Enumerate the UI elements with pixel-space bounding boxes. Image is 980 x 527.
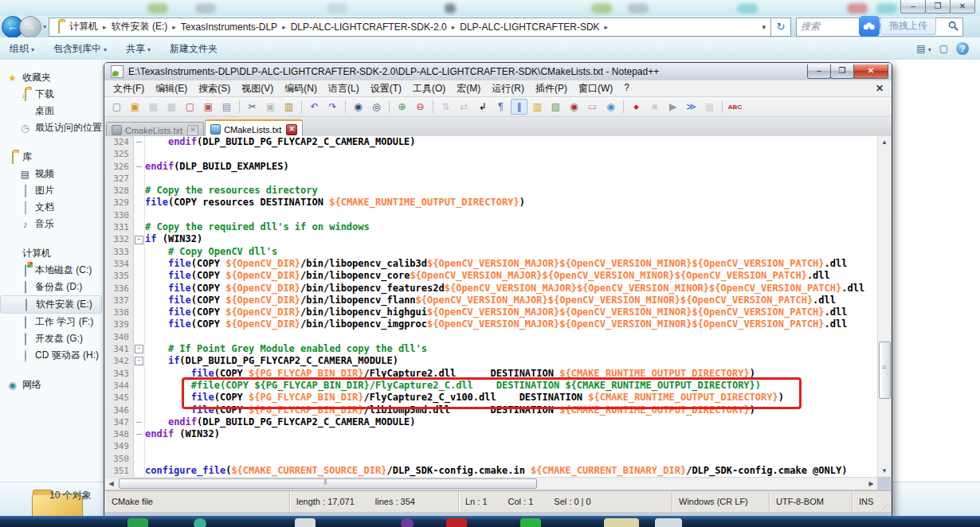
taskbar-app-icon[interactable] <box>655 518 682 527</box>
close-all-icon[interactable]: ▣ <box>200 99 217 115</box>
nav-history-chevron-icon[interactable]: ▾ <box>43 23 46 30</box>
menu-T[interactable]: 设置(T) <box>365 82 407 96</box>
editor[interactable]: 3243253263273283293303313323333343353363… <box>105 136 891 477</box>
menu-L[interactable]: 语言(L) <box>323 82 365 96</box>
code-line-340[interactable] <box>145 331 891 343</box>
search-icon[interactable] <box>948 21 962 33</box>
taskbar-app-icon[interactable] <box>401 518 414 527</box>
fold-collapse-icon[interactable]: − <box>135 357 143 365</box>
doc-map-icon[interactable]: ▥ <box>529 99 546 115</box>
netdisk-upload-overlay[interactable]: 拖拽上传 <box>859 16 936 37</box>
code-line-332[interactable]: if (WIN32) <box>145 233 891 245</box>
breadcrumb-item[interactable]: DLP-ALC-LIGHTCRAFTER-SDK <box>457 21 602 33</box>
zoom-out-icon[interactable]: ⊖ <box>412 99 429 115</box>
scroll-left-arrow[interactable]: ◀ <box>105 480 117 487</box>
code-line-341[interactable]: # If Point Grey Module enabled copy the … <box>145 343 891 355</box>
toolbar-button-组织[interactable]: 组织▾ <box>0 42 44 56</box>
sidebar-item-downloads[interactable]: ↓下载 <box>0 86 102 103</box>
breadcrumb-item[interactable]: 计算机 <box>66 20 101 33</box>
record-macro-icon[interactable]: ● <box>628 99 645 115</box>
print-icon[interactable]: ▤ <box>218 99 235 115</box>
npp-close-button[interactable]: ✕ <box>853 64 888 79</box>
fold-margin[interactable]: −−− <box>134 136 145 477</box>
breadcrumb-item[interactable]: DLP-ALC-LIGHTCRAFTER-SDK-2.0 <box>288 21 450 33</box>
npp-restore-button[interactable]: ❐ <box>830 64 854 79</box>
menu-P[interactable]: 插件(P) <box>530 82 573 96</box>
word-wrap-icon[interactable]: ↲ <box>474 99 491 115</box>
sidebar-item-network[interactable]: 网络 <box>0 377 102 393</box>
code-line-328[interactable]: # Copy the resources directory <box>145 185 891 197</box>
sidebar-item-drive-h[interactable]: CD 驱动器 (H:) <box>0 347 102 364</box>
find-icon[interactable]: ◉ <box>350 99 367 115</box>
code-line-351[interactable]: configure_file(${CMAKE_CURRENT_SOURCE_DI… <box>145 465 891 477</box>
breadcrumb-item[interactable]: 软件安装 (E:) <box>108 20 171 33</box>
function-list-icon[interactable]: ◉ <box>566 99 582 115</box>
taskbar-app-icon[interactable] <box>520 518 541 527</box>
sidebar-item-videos[interactable]: 视频 <box>0 166 102 182</box>
sidebar-item-drive-c[interactable]: 本地磁盘 (C:) <box>0 262 102 279</box>
menu-R[interactable]: 运行(R) <box>486 82 530 96</box>
code-line-339[interactable]: file(COPY ${OpenCV_DIR}/bin/libopencv_im… <box>145 318 891 330</box>
sidebar-item-documents[interactable]: 文档 <box>0 199 102 216</box>
open-file-icon[interactable]: ▣ <box>127 99 143 115</box>
menu-M[interactable]: 宏(M) <box>451 82 486 96</box>
taskbar-app-icon[interactable] <box>295 518 316 527</box>
spell-check-icon[interactable]: ABC <box>727 99 743 115</box>
code-line-347[interactable]: endif(DLP_BUILD_PG_FLYCAP2_C_CAMERA_MODU… <box>145 416 891 428</box>
sidebar-item-pictures[interactable]: 图片 <box>0 182 102 199</box>
zoom-in-icon[interactable]: ⊕ <box>394 99 410 115</box>
cut-icon[interactable]: ✂ <box>244 99 261 115</box>
taskbar-app-icon[interactable] <box>604 518 639 527</box>
fold-marker[interactable]: − <box>134 355 144 367</box>
refresh-button[interactable]: ↻ <box>771 18 791 37</box>
close-button[interactable]: ✕ <box>950 0 975 14</box>
line-number-margin[interactable]: 3243253263273283293303313323333343353363… <box>105 136 134 477</box>
status-eol-format[interactable]: Windows (CR LF) <box>672 491 770 512</box>
sidebar-item-recent-places[interactable]: 最近访问的位置 <box>0 119 102 136</box>
vertical-scrollbar[interactable]: ▲ ▼ <box>877 136 891 477</box>
taskbar-app-icon[interactable] <box>446 518 467 527</box>
menu-N[interactable]: 编码(N) <box>279 82 323 96</box>
sidebar-item-libraries[interactable]: 库 <box>0 149 102 166</box>
npp-titlebar[interactable]: E:\TexasInstruments-DLP\DLP-ALC-LIGHTCRA… <box>104 63 892 80</box>
code-line-348[interactable]: endif (WIN32) <box>145 428 891 440</box>
toolbar-button-新建文件夹[interactable]: 新建文件夹 <box>160 42 227 56</box>
taskbar-app-icon[interactable] <box>194 518 206 527</box>
menu-S[interactable]: 搜索(S) <box>193 82 236 96</box>
fold-collapse-icon[interactable]: − <box>135 236 143 244</box>
taskbar[interactable] <box>0 516 980 527</box>
indent-guide-icon[interactable]: ∥ <box>511 99 527 115</box>
minimize-button[interactable]: – <box>900 0 926 14</box>
code-line-330[interactable] <box>145 209 891 221</box>
resize-grip[interactable]: ⋰ <box>882 502 889 510</box>
toolbar-button-共享[interactable]: 共享▾ <box>116 42 160 56</box>
breadcrumb[interactable]: 计算机▸软件安装 (E:)▸TexasInstruments-DLP▸DLP-A… <box>49 18 771 37</box>
code-line-326[interactable]: endif(DLP_BUILD_EXAMPLES) <box>145 161 891 173</box>
taskbar-app-icon[interactable] <box>127 518 148 527</box>
preview-pane-icon[interactable]: ▢ <box>939 43 948 54</box>
sidebar-item-drive-f[interactable]: 工作 学习 (F:) <box>0 314 102 330</box>
breadcrumb-item[interactable]: TexasInstruments-DLP <box>178 21 280 33</box>
view-monitor-icon[interactable]: ◉ <box>602 99 619 115</box>
paste-icon[interactable]: ▥ <box>280 99 297 115</box>
menubar-close-doc-icon[interactable]: ✕ <box>868 83 892 94</box>
code-line-331[interactable]: # Copy the required dll's if on windows <box>145 221 891 233</box>
code-area[interactable]: endif(DLP_BUILD_PG_FLYCAP2_C_CAMERA_MODU… <box>145 136 891 477</box>
close-doc-icon[interactable]: ▢ <box>182 99 198 115</box>
fold-collapse-icon[interactable]: − <box>135 345 143 353</box>
menu-V[interactable]: 视图(V) <box>236 82 279 96</box>
show-all-chars-icon[interactable]: ¶ <box>492 99 509 115</box>
scroll-right-arrow[interactable]: ▶ <box>865 480 877 487</box>
npp-minimize-button[interactable]: – <box>807 64 831 79</box>
menu-W[interactable]: 窗口(W) <box>573 82 618 96</box>
undo-icon[interactable]: ↶ <box>306 99 323 115</box>
code-line-337[interactable]: file(COPY ${OpenCV_DIR}/bin/libopencv_fl… <box>145 295 891 306</box>
code-line-333[interactable]: # Copy OpenCV dll's <box>145 246 891 258</box>
scroll-down-arrow[interactable]: ▼ <box>878 465 891 477</box>
play-macro-icon[interactable]: ▶ <box>664 99 681 115</box>
code-line-325[interactable] <box>145 148 891 160</box>
fold-marker[interactable] <box>134 416 144 428</box>
maximize-button[interactable]: ❐ <box>925 0 951 14</box>
sidebar-item-desktop[interactable]: 桌面 <box>0 103 102 119</box>
help-icon[interactable]: ? <box>956 42 969 55</box>
